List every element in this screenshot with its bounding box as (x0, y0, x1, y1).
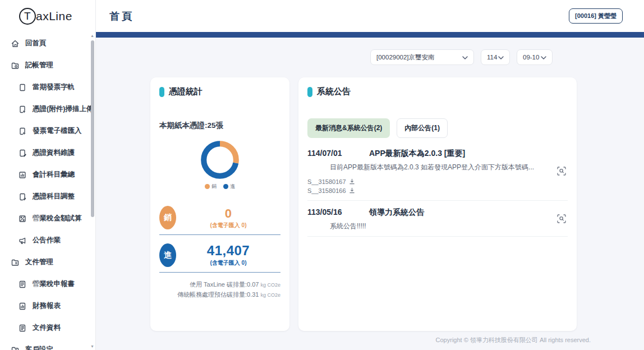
announcements-card-header: 系統公告 (307, 86, 568, 97)
sidebar-item-home[interactable]: 回首頁 (0, 33, 95, 54)
accent-bar (96, 32, 644, 38)
tab-internal[interactable]: 內部公告(1) (397, 118, 448, 138)
sidebar-item-announcement-ops[interactable]: 公告作業 (0, 229, 95, 251)
doc-report-icon (18, 280, 27, 289)
sidebar-item-label: 客戶設定 (25, 345, 53, 350)
preview-icon[interactable] (555, 166, 568, 178)
blue-dot-icon (223, 184, 228, 189)
doc-edit-icon (18, 149, 27, 158)
folder-user-icon (11, 346, 20, 350)
attachment-link[interactable]: S__31580167 (307, 177, 534, 186)
carbon-line-traditional: 傳統帳務處理預估碳排量:0.31kg CO2e (159, 290, 280, 300)
chevron-down-icon (462, 54, 468, 61)
announcement-tabs: 最新消息&系統公告(2) 內部公告(1) (307, 118, 568, 138)
announcement-body: 目前APP最新版本號碼為2.0.3 如若發現APP登入介面下方版本號碼... (330, 163, 534, 172)
sidebar-item-label: 營業稅申報書 (33, 279, 75, 289)
sidebar-item-bookkeeping[interactable]: 記帳管理 (0, 54, 95, 76)
sidebar-item-label: 財務報表 (33, 301, 61, 311)
attachment-link[interactable]: S__31580166 (307, 186, 534, 195)
year-select-value: 114 (487, 54, 497, 61)
scroll-down-icon[interactable]: ▼ (90, 344, 94, 348)
sidebar-item-label: 憑證科目調整 (33, 192, 75, 201)
announcement-item: 113/05/16領導力系統公告系統公告!!!!! (307, 204, 568, 233)
home-icon (11, 39, 20, 48)
sidebar-item-document-data[interactable]: 文件資料 (0, 317, 95, 339)
doc-import-icon (18, 127, 27, 136)
doc-adjust-icon (18, 192, 27, 201)
sidebar-item-voucher-maintain[interactable]: 憑證資料維護 (0, 142, 95, 164)
announcement-title: 領導力系統公告 (369, 208, 424, 218)
calculator-icon (18, 214, 27, 223)
megaphone-icon (18, 236, 27, 245)
voucher-card-header: 憑證統計 (159, 86, 280, 97)
scroll-up-icon[interactable]: ▲ (90, 34, 94, 38)
sidebar-scrollbar[interactable] (91, 40, 94, 217)
sidebar-item-document-mgmt[interactable]: 文件管理 (0, 251, 95, 273)
sidebar-item-label: 回首頁 (25, 39, 47, 48)
purchase-badge: 進 (159, 243, 176, 267)
sidebar-item-label: 營業稅金額試算 (33, 214, 82, 223)
sidebar-item-invoice-track[interactable]: 當期發票字軌 (0, 76, 95, 98)
sidebar-item-label: 記帳管理 (25, 61, 53, 70)
divider (307, 236, 568, 237)
sales-stat-row: 銷 0 (含電子匯入 0) (159, 206, 280, 235)
sidebar-item-client-settings[interactable]: 客戶設定 (0, 339, 95, 350)
announcement-list: 114/07/01APP最新版本為2.0.3 [重要]目前APP最新版本號碼為2… (307, 145, 568, 237)
doc-icon (18, 83, 27, 92)
company-select-value: [00029002]京璽安南 (376, 53, 435, 62)
announcement-title: APP最新版本為2.0.3 [重要] (369, 149, 465, 159)
sales-sub: (含電子匯入 0) (176, 222, 280, 229)
main-area: 首頁 [00016] 黃瑩瑩 [00029002]京璽安南 114 09-10 (96, 0, 644, 350)
donut-legend: 銷 進 (205, 183, 235, 190)
purchase-stat-row: 進 41,407 (含電子匯入 0) (159, 243, 280, 273)
purchase-value: 41,407 (176, 243, 280, 259)
divider (307, 200, 568, 201)
sidebar-item-label: 會計科目彙總 (33, 170, 75, 179)
user-badge[interactable]: [00016] 黃瑩瑩 (569, 8, 623, 24)
filter-row: [00029002]京璽安南 114 09-10 (96, 49, 553, 65)
sidebar-item-invoice-import[interactable]: 發票電子檔匯入 (0, 120, 95, 142)
taxline-logo[interactable]: TaxLine (0, 0, 95, 33)
folder-gear-icon (11, 61, 20, 70)
sidebar-item-label: 憑證(附件)掃描上傳 (33, 104, 93, 114)
purchase-sub: (含電子匯入 0) (176, 259, 280, 267)
copyright-text: Copyright © 領導力科技股份有限公司 All rights reser… (96, 336, 644, 344)
folder-icon (11, 258, 20, 267)
chevron-down-icon (498, 54, 504, 61)
announcement-body: 系統公告!!!!! (330, 222, 424, 231)
sidebar: TaxLine 回首頁記帳管理當期發票字軌憑證(附件)掃描上傳發票電子檔匯入憑證… (0, 0, 96, 350)
sidebar-item-account-summary[interactable]: 會計科目彙總 (0, 164, 95, 186)
chevron-down-icon (541, 54, 546, 61)
announcement-item: 114/07/01APP最新版本為2.0.3 [重要]目前APP最新版本號碼為2… (307, 145, 568, 197)
period-select[interactable]: 09-10 (517, 49, 553, 65)
system-announcements-card: 系統公告 最新消息&系統公告(2) 內部公告(1) 114/07/01APP最新… (298, 77, 577, 331)
sidebar-item-voucher-scan-upload[interactable]: 憑證(附件)掃描上傳 (0, 98, 95, 120)
sales-value: 0 (176, 206, 280, 221)
sales-badge: 銷 (159, 206, 176, 229)
legend-item-purchases: 進 (223, 183, 235, 190)
announcement-date: 114/07/01 (307, 149, 357, 158)
voucher-donut-chart (200, 140, 240, 180)
page-title: 首頁 (109, 10, 134, 23)
tab-latest-news[interactable]: 最新消息&系統公告(2) (307, 118, 390, 138)
company-select[interactable]: [00029002]京璽安南 (370, 49, 474, 65)
doc-file-icon (18, 324, 27, 333)
sidebar-item-label: 發票電子檔匯入 (33, 126, 82, 136)
sidebar-nav: 回首頁記帳管理當期發票字軌憑證(附件)掃描上傳發票電子檔匯入憑證資料維護會計科目… (0, 33, 95, 350)
donut-chart-wrap: 銷 進 (159, 140, 280, 190)
logo-t-circle: T (19, 8, 36, 25)
sidebar-item-financial-report[interactable]: 財務報表 (0, 295, 95, 317)
download-icon (349, 178, 355, 186)
chart-box-icon (18, 302, 27, 311)
sidebar-item-label: 公告作業 (33, 236, 61, 245)
paper-voucher-count: 本期紙本憑證:25張 (159, 121, 280, 131)
taxline-app: TaxLine 回首頁記帳管理當期發票字軌憑證(附件)掃描上傳發票電子檔匯入憑證… (0, 0, 644, 350)
sidebar-item-tax-return[interactable]: 營業稅申報書 (0, 273, 95, 295)
year-select[interactable]: 114 (481, 49, 510, 65)
carbon-footprint: 使用 TaxLine 碳排量:0.07kg CO2e 傳統帳務處理預估碳排量:0… (159, 280, 280, 300)
sidebar-item-label: 當期發票字軌 (33, 82, 75, 92)
voucher-card-title: 憑證統計 (169, 86, 203, 97)
preview-icon[interactable] (555, 214, 568, 225)
sidebar-item-tax-trial[interactable]: 營業稅金額試算 (0, 208, 95, 229)
sidebar-item-voucher-adjust[interactable]: 憑證科目調整 (0, 186, 95, 208)
